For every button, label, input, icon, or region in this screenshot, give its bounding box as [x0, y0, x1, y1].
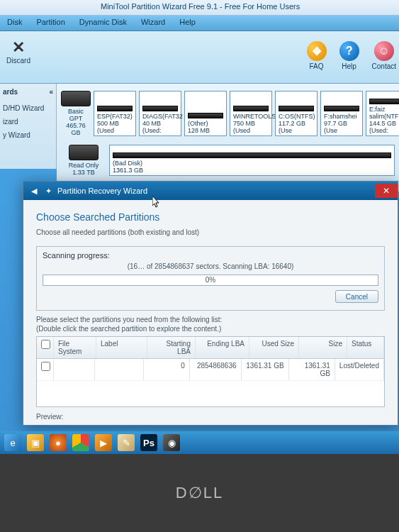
disk-map: Basic GPT 465.76 GB ESP(FAT32)500 MB (Us…	[57, 84, 399, 192]
taskbar-explorer[interactable]: ▣	[27, 434, 44, 451]
menu-disk[interactable]: Disk	[0, 16, 29, 31]
taskbar-photoshop[interactable]: Ps	[140, 434, 157, 451]
laptop-bezel: D∅LL	[0, 454, 399, 532]
disk-row: Basic GPT 465.76 GB ESP(FAT32)500 MB (Us…	[61, 91, 395, 136]
cell-fs	[54, 359, 95, 380]
scan-label: Scanning progress:	[43, 251, 110, 260]
menu-help[interactable]: Help	[172, 16, 203, 31]
back-icon[interactable]: ◀	[29, 186, 39, 196]
discard-button[interactable]: ✕ Discard	[3, 38, 34, 65]
partition-diags[interactable]: DIAGS(FAT3240 MB (Used:	[139, 91, 181, 136]
partition-e[interactable]: E:faiz salim(NTF144.5 GB (Used:	[366, 91, 399, 136]
sidebar-item-ywizard[interactable]: y Wizard	[3, 128, 53, 142]
dialog-title: Partition Recovery Wizard	[57, 187, 147, 195]
col-size[interactable]: Size	[299, 337, 347, 358]
folder-icon: ▣	[31, 438, 40, 448]
col-filesystem[interactable]: File System	[54, 337, 96, 358]
cell-elba: 2854868636	[190, 359, 242, 380]
partition-f[interactable]: F:shamshei97.7 GB (Use	[320, 91, 363, 136]
cell-used: 1361.31 GB	[242, 359, 289, 380]
paint-icon: ✎	[123, 438, 130, 448]
col-starting-lba[interactable]: Starting LBA	[147, 337, 196, 358]
col-checkbox[interactable]	[37, 337, 54, 358]
play-icon: ▶	[100, 438, 107, 448]
cell-size: 1361.31 GB	[289, 359, 335, 380]
partition-c-os[interactable]: C:OS(NTFS)117.2 GB (Use	[275, 91, 317, 136]
contact-button[interactable]: ☺ Contact	[372, 41, 396, 70]
wizard-icon: ✦	[43, 186, 53, 196]
hdd-icon	[69, 145, 99, 160]
table-header: File System Label Starting LBA Ending LB…	[37, 337, 384, 359]
help-label: Help	[339, 62, 359, 70]
col-ending-lba[interactable]: Ending LBA	[196, 337, 249, 358]
scan-progress-box: Scanning progress: (16… of 2854868637 se…	[36, 246, 385, 311]
menu-dynamic-disk[interactable]: Dynamic Disk	[72, 16, 134, 31]
person-icon: ☺	[374, 41, 394, 61]
dialog-subtitle: Choose all needed partitions (both exist…	[36, 228, 385, 236]
partition-winretools[interactable]: WINRETOOLS750 MB (Used	[230, 91, 272, 136]
close-button[interactable]: ✕	[375, 184, 398, 198]
instruction-text: Please select the partitions you need fr…	[36, 315, 385, 333]
taskbar-chrome[interactable]	[72, 434, 89, 451]
cell-label	[95, 359, 144, 380]
dell-logo: D∅LL	[176, 484, 223, 502]
window-title: MiniTool Partition Wizard Free 9.1 - Fre…	[101, 2, 300, 11]
contact-label: Contact	[372, 62, 396, 70]
taskbar-minitool[interactable]: ◉	[163, 434, 180, 451]
disk-size: 1.33 TB	[61, 169, 106, 176]
collapse-icon[interactable]: «	[49, 88, 53, 96]
menu-partition[interactable]: Partition	[29, 16, 72, 31]
panel-header: ards	[3, 88, 18, 96]
dialog-titlebar[interactable]: ◀ ✦ Partition Recovery Wizard ✕	[23, 182, 398, 200]
cell-status: Lost/Deleted	[335, 359, 384, 380]
col-label[interactable]: Label	[96, 337, 147, 358]
toolbar: ✕ Discard ❖ FAQ ? Help ☺ Contact	[0, 31, 399, 84]
taskbar: e ▣ ● ▶ ✎ Ps ◉	[0, 431, 399, 454]
progress-bar: 0%	[43, 275, 378, 286]
disk-label: Basic GPT	[61, 108, 91, 122]
dialog-heading: Choose Searched Partitions	[36, 211, 385, 223]
col-status[interactable]: Status	[347, 337, 384, 358]
help-button[interactable]: ? Help	[339, 41, 359, 70]
scan-info: (16… of 2854868637 sectors. Scanning LBA…	[43, 262, 378, 270]
partition-recovery-dialog: ◀ ✦ Partition Recovery Wizard ✕ Choose S…	[23, 181, 398, 426]
taskbar-ie[interactable]: e	[4, 434, 21, 451]
menu-wizard[interactable]: Wizard	[134, 16, 172, 31]
col-used-size[interactable]: Used Size	[249, 337, 299, 358]
disk-label: Read Only	[61, 162, 106, 169]
faq-button[interactable]: ❖ FAQ	[307, 41, 327, 70]
x-icon: ✕	[383, 186, 390, 196]
disk-icon[interactable]: Basic GPT 465.76 GB	[61, 91, 91, 136]
firefox-icon: ●	[55, 438, 61, 448]
question-icon: ?	[339, 41, 359, 61]
sidebar-item-izard[interactable]: izard	[3, 115, 53, 128]
partition-table: File System Label Starting LBA Ending LB…	[36, 336, 385, 407]
menubar: Disk Partition Dynamic Disk Wizard Help	[0, 16, 399, 31]
progress-pct: 0%	[43, 276, 378, 284]
disk-row: Read Only 1.33 TB (Bad Disk)1361.3 GB	[61, 145, 395, 176]
taskbar-paint[interactable]: ✎	[118, 434, 135, 451]
cell-slba: 0	[144, 359, 190, 380]
sidebar-item-hdwizard[interactable]: D/HD Wizard	[3, 101, 53, 115]
disk-icon[interactable]: Read Only 1.33 TB	[61, 145, 106, 176]
ps-icon: Ps	[143, 438, 154, 448]
table-row[interactable]: 0 2854868636 1361.31 GB 1361.31 GB Lost/…	[37, 359, 384, 381]
left-panel: ards « D/HD Wizard izard y Wizard	[0, 84, 57, 169]
cancel-button[interactable]: Cancel	[335, 290, 378, 303]
discard-label: Discard	[3, 57, 34, 65]
ie-icon: e	[10, 438, 15, 448]
partition-esp[interactable]: ESP(FAT32)500 MB (Used	[94, 91, 136, 136]
partition-other[interactable]: (Other)128 MB	[184, 91, 227, 136]
taskbar-firefox[interactable]: ●	[50, 434, 67, 451]
window-titlebar: MiniTool Partition Wizard Free 9.1 - Fre…	[0, 0, 399, 16]
taskbar-media[interactable]: ▶	[95, 434, 112, 451]
select-all-checkbox[interactable]	[41, 340, 50, 349]
partition-bad-disk[interactable]: (Bad Disk)1361.3 GB	[109, 145, 395, 176]
faq-label: FAQ	[307, 62, 327, 70]
close-icon: ✕	[3, 38, 34, 57]
preview-label: Preview:	[36, 413, 385, 421]
disk-icon: ◉	[168, 438, 176, 448]
row-checkbox[interactable]	[41, 362, 50, 371]
hdd-icon	[61, 91, 91, 106]
disk-size: 465.76 GB	[61, 122, 91, 136]
